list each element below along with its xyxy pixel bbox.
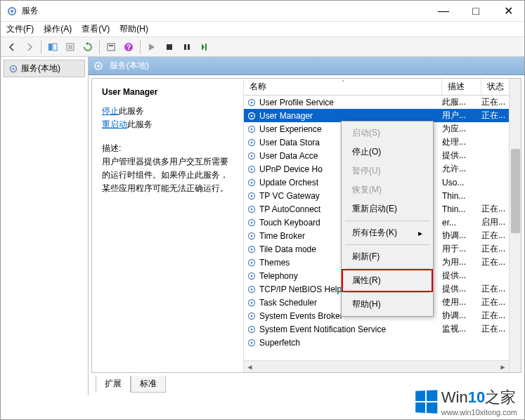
nav-back-button[interactable] xyxy=(4,39,20,55)
gear-icon xyxy=(247,324,257,334)
gear-icon xyxy=(93,60,104,72)
show-hide-tree-button[interactable] xyxy=(44,39,61,55)
service-desc-cell: 协调... xyxy=(442,230,481,242)
tree-panel: 服务(本地) xyxy=(1,57,89,395)
tab-standard[interactable]: 标准 xyxy=(131,376,166,393)
menu-help[interactable]: 帮助(H) xyxy=(119,23,148,35)
service-desc-cell: Uso... xyxy=(442,178,481,188)
svg-point-54 xyxy=(251,341,253,343)
service-desc-cell: 为用... xyxy=(442,256,481,268)
pause-service-button[interactable] xyxy=(179,39,195,55)
scroll-left-icon[interactable]: ◄ xyxy=(244,361,256,373)
menu-item-stop[interactable]: 停止(O) xyxy=(344,143,431,162)
svg-point-14 xyxy=(13,67,15,70)
svg-point-28 xyxy=(251,168,253,170)
gear-icon xyxy=(247,178,257,188)
menu-item-refresh[interactable]: 刷新(F) xyxy=(344,247,431,266)
content-header: 服务(本地) xyxy=(89,57,524,75)
services-app-icon xyxy=(6,6,18,17)
service-desc-cell: er... xyxy=(442,218,481,228)
list-header: 名称 ˅ 描述 状态 xyxy=(244,79,521,96)
menu-action[interactable]: 操作(A) xyxy=(44,23,72,35)
service-row[interactable]: Superfetch xyxy=(244,336,521,349)
column-header-name[interactable]: 名称 ˅ xyxy=(244,79,442,95)
menu-item-all-tasks[interactable]: 所有任务(K)▸ xyxy=(344,223,431,242)
stop-service-button[interactable] xyxy=(161,39,178,55)
description-text: 用户管理器提供多用户交互所需要的运行时组件。如果停止此服务，某些应用程序可能无法… xyxy=(102,155,233,196)
gear-icon xyxy=(247,311,257,321)
gear-icon xyxy=(247,138,257,147)
svg-rect-9 xyxy=(167,44,172,50)
nav-forward-button[interactable] xyxy=(21,39,38,55)
gear-icon xyxy=(247,191,257,201)
svg-point-40 xyxy=(251,248,253,250)
svg-rect-10 xyxy=(184,44,186,50)
svg-point-36 xyxy=(251,221,253,223)
content-header-label: 服务(本地) xyxy=(110,60,149,72)
svg-rect-6 xyxy=(109,45,113,46)
svg-point-30 xyxy=(251,181,253,183)
gear-icon xyxy=(247,298,257,308)
help-button[interactable]: ? xyxy=(120,39,137,55)
menubar: 文件(F) 操作(A) 查看(V) 帮助(H) xyxy=(1,22,524,37)
watermark-url: www.win10xitong.com xyxy=(441,408,517,416)
scrollbar-thumb[interactable] xyxy=(511,149,520,233)
menu-item-properties[interactable]: 属性(R) xyxy=(344,271,431,290)
gear-icon xyxy=(247,164,257,174)
stop-service-link[interactable]: 停止 xyxy=(102,106,119,116)
service-desc-cell: Thin... xyxy=(442,191,481,201)
svg-text:?: ? xyxy=(127,44,131,51)
horizontal-scrollbar[interactable]: ◄ ► xyxy=(244,360,521,372)
scroll-right-icon[interactable]: ► xyxy=(497,361,509,373)
service-desc-cell: 提供... xyxy=(442,150,481,162)
tab-extended[interactable]: 扩展 xyxy=(96,376,131,393)
selected-service-name: User Manager xyxy=(102,86,233,99)
restart-service-link[interactable]: 重启动 xyxy=(102,119,127,129)
service-desc-cell: Thin... xyxy=(442,204,481,214)
detail-panel: User Manager 停止此服务 重启动此服务 描述: 用户管理器提供多用户… xyxy=(92,79,243,372)
svg-point-26 xyxy=(251,155,253,157)
close-button[interactable]: ✕ xyxy=(492,1,524,22)
gear-icon xyxy=(247,258,257,268)
gear-icon xyxy=(8,64,18,74)
menu-file[interactable]: 文件(F) xyxy=(6,23,34,35)
refresh-button[interactable] xyxy=(79,39,96,55)
titlebar: 服务 — □ ✕ xyxy=(1,1,524,22)
start-service-button[interactable] xyxy=(143,39,160,55)
tree-root-services-local[interactable]: 服务(本地) xyxy=(4,60,85,77)
service-name-cell: User Manager xyxy=(259,111,442,121)
menu-item-restart[interactable]: 重新启动(E) xyxy=(344,199,431,218)
gear-icon xyxy=(247,124,257,134)
gear-icon xyxy=(247,204,257,214)
svg-rect-5 xyxy=(108,44,115,51)
service-row[interactable]: User Profile Service此服...正在... xyxy=(244,96,521,109)
svg-point-46 xyxy=(251,288,253,290)
vertical-scrollbar[interactable] xyxy=(509,79,521,372)
service-row[interactable]: System Event Notification Service监视...正在… xyxy=(244,322,521,336)
export-list-button[interactable] xyxy=(62,39,79,55)
menu-item-help[interactable]: 帮助(H) xyxy=(344,295,431,314)
service-desc-cell: 允许... xyxy=(442,163,481,175)
toolbar: ? xyxy=(1,37,524,57)
service-desc-cell: 此服... xyxy=(442,96,481,108)
service-context-menu: 启动(S) 停止(O) 暂停(U) 恢复(M) 重新启动(E) 所有任务(K)▸… xyxy=(341,121,434,317)
gear-icon xyxy=(247,218,257,228)
minimize-button[interactable]: — xyxy=(427,1,460,22)
maximize-button[interactable]: □ xyxy=(460,1,492,22)
service-desc-cell: 使用... xyxy=(442,296,481,308)
svg-point-20 xyxy=(251,114,253,117)
svg-point-1 xyxy=(11,10,13,13)
service-desc-cell: 为应... xyxy=(442,123,481,135)
properties-button[interactable] xyxy=(103,39,119,55)
column-header-desc[interactable]: 描述 xyxy=(442,79,481,95)
service-desc-cell: 用于... xyxy=(442,243,481,255)
watermark-brand: Win10之家 xyxy=(441,387,517,408)
svg-point-44 xyxy=(251,275,253,277)
svg-rect-11 xyxy=(188,44,190,50)
menu-view[interactable]: 查看(V) xyxy=(82,23,110,35)
svg-point-50 xyxy=(251,315,253,317)
menu-item-start: 启动(S) xyxy=(344,124,431,143)
service-name-cell: System Event Notification Service xyxy=(259,324,442,334)
svg-rect-3 xyxy=(53,44,57,51)
restart-service-button[interactable] xyxy=(196,39,213,55)
